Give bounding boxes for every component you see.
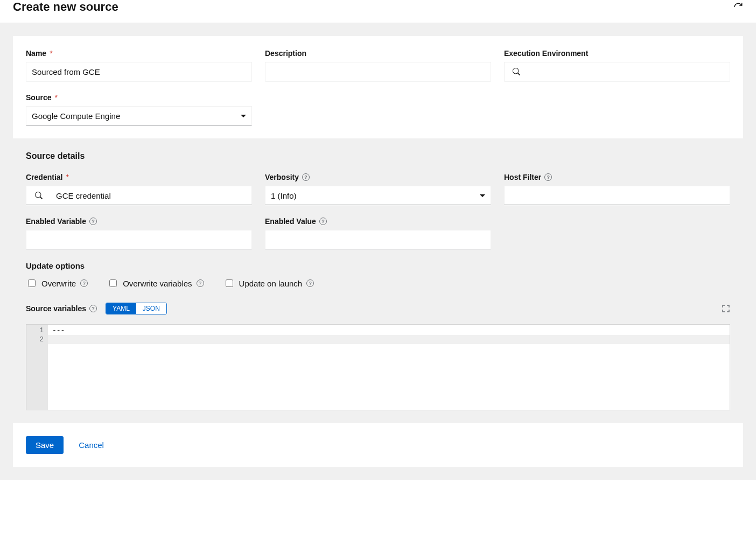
description-label: Description: [265, 49, 491, 58]
search-icon: [35, 192, 43, 199]
host-filter-label: Host Filter ?: [504, 173, 730, 181]
page-header: Create new source: [0, 0, 756, 23]
editor-line-2: [48, 335, 730, 344]
help-icon[interactable]: ?: [89, 218, 97, 225]
json-toggle[interactable]: JSON: [136, 303, 166, 314]
source-select-value: Google Compute Engine: [32, 111, 120, 121]
cancel-button[interactable]: Cancel: [76, 436, 106, 454]
save-button[interactable]: Save: [26, 436, 64, 454]
editor-content[interactable]: ---: [48, 325, 730, 410]
verbosity-value: 1 (Info): [271, 191, 297, 200]
source-select[interactable]: Google Compute Engine: [26, 106, 252, 125]
overwrite-label[interactable]: Overwrite: [41, 279, 76, 288]
update-options-row: Overwrite ? Overwrite variables ? Update…: [26, 278, 730, 289]
verbosity-select[interactable]: 1 (Info): [265, 186, 491, 205]
source-label: Source*: [26, 93, 252, 102]
host-filter-input[interactable]: [504, 186, 730, 205]
exec-env-search-button[interactable]: [504, 62, 529, 81]
help-icon[interactable]: ?: [89, 305, 97, 312]
exec-env-input[interactable]: [529, 62, 730, 81]
editor-gutter: 1 2: [26, 325, 48, 410]
help-icon[interactable]: ?: [80, 279, 88, 287]
exec-env-label: Execution Environment: [504, 49, 730, 58]
overwrite-variables-label[interactable]: Overwrite variables: [123, 279, 192, 288]
expand-icon[interactable]: [722, 304, 730, 313]
name-label: Name*: [26, 49, 252, 58]
enabled-value-input[interactable]: [265, 230, 491, 249]
update-on-launch-checkbox[interactable]: [226, 279, 233, 287]
format-toggle: YAML JSON: [106, 303, 167, 314]
help-icon[interactable]: ?: [306, 279, 314, 287]
source-variables-editor[interactable]: 1 2 ---: [26, 324, 730, 410]
help-icon[interactable]: ?: [302, 173, 310, 181]
update-options-heading: Update options: [26, 261, 730, 270]
enabled-value-label: Enabled Value ?: [265, 217, 491, 226]
yaml-toggle[interactable]: YAML: [106, 303, 136, 314]
chevron-down-icon: [241, 115, 246, 117]
enabled-variable-label: Enabled Variable ?: [26, 217, 252, 226]
name-input[interactable]: [26, 62, 252, 81]
section-source-details: Source details Credential* Verbo: [13, 138, 743, 423]
search-icon: [513, 68, 520, 75]
section-basic: Name* Description Execution Environment: [13, 36, 743, 138]
overwrite-checkbox[interactable]: [28, 279, 36, 287]
help-icon[interactable]: ?: [197, 279, 204, 287]
editor-line-1: ---: [48, 326, 730, 335]
card: Name* Description Execution Environment: [13, 36, 743, 467]
help-icon[interactable]: ?: [544, 173, 552, 181]
page-title: Create new source: [13, 0, 118, 14]
help-icon[interactable]: ?: [319, 218, 327, 225]
source-variables-label: Source variables ?: [26, 304, 97, 313]
enabled-variable-input[interactable]: [26, 230, 252, 249]
update-on-launch-label[interactable]: Update on launch: [239, 279, 303, 288]
redo-icon[interactable]: [733, 2, 743, 12]
footer-buttons: Save Cancel: [13, 423, 743, 467]
source-details-title: Source details: [26, 151, 730, 161]
credential-label: Credential*: [26, 173, 252, 181]
form-container: Name* Description Execution Environment: [0, 23, 756, 480]
verbosity-label: Verbosity ?: [265, 173, 491, 181]
chevron-down-icon: [480, 194, 485, 197]
credential-search-button[interactable]: [26, 186, 51, 205]
credential-input[interactable]: [51, 186, 252, 205]
description-input[interactable]: [265, 62, 491, 81]
overwrite-variables-checkbox[interactable]: [109, 279, 117, 287]
